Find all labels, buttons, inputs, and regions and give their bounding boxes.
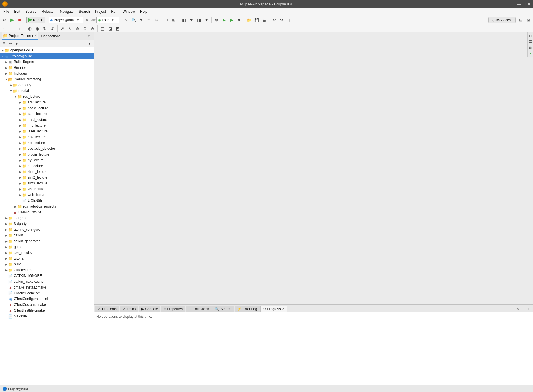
tree-net-lecture[interactable]: ▶ 📁 net_lecture [0,140,94,146]
panel-menu-btn[interactable]: ▼ [14,41,20,47]
menu-edit[interactable]: Edit [12,9,23,14]
tree-test-results[interactable]: ▶ 📁 test_results [0,250,94,256]
bottom-minimize[interactable]: ─ [521,306,526,311]
tb-6[interactable]: □ [163,16,170,23]
collapse-all-btn[interactable]: ⊟ [1,41,7,47]
tab-project-explorer[interactable]: 📁 Project Explorer ✕ [2,32,38,40]
tree-3rdparty-l1[interactable]: ▶ 📁 3rdparty [0,221,94,227]
tree-basic-lecture[interactable]: ▶ 📁 basic_lecture [0,105,94,111]
panel-minimize[interactable]: ─ [81,34,86,39]
project-tree[interactable]: ▶ 📁 openpose-plus ▼ ◆ Project@build ▶ ⊞ … [0,47,94,385]
local-combo-arrow[interactable]: ▼ [111,18,114,21]
tb-layout1[interactable]: ⊟ [517,16,524,23]
panel-view-menu[interactable]: ▾ [87,41,92,47]
toolbar-btn-1[interactable]: ↩ [1,16,8,23]
tb-20[interactable]: ⤵ [286,16,293,23]
tree-gtest[interactable]: ▶ 📁 gtest [0,244,94,250]
tree-catkin-ignore[interactable]: 📄 CATKIN_IGNORE [0,273,94,279]
tb-18[interactable]: ↩ [271,16,278,23]
nav-11[interactable]: ⊗ [89,25,96,32]
tree-cmake-install[interactable]: ▲ cmake_install.cmake [0,284,94,290]
nav-14[interactable]: ◩ [114,25,121,32]
tree-cam-lecture[interactable]: ▶ 📁 cam_lecture [0,111,94,117]
tree-cmake-cache[interactable]: 📄 CMakeCache.txt [0,290,94,296]
tree-project-build[interactable]: ▼ ◆ Project@build [0,53,94,59]
menu-source[interactable]: Source [23,9,39,14]
menu-help[interactable]: Help [138,9,150,14]
nav-up[interactable]: ↑ [16,25,23,32]
nav-4[interactable]: ◉ [34,25,41,32]
tab-tasks[interactable]: ☑ Tasks [120,306,138,312]
tree-targets[interactable]: ▶ 📁 [Targets] [0,215,94,221]
tree-sim3-lecture[interactable]: ▶ 📁 sim3_lecture [0,180,94,186]
tree-ctest-custom[interactable]: ▲ CTestCustom.cmake [0,302,94,308]
tree-3rdparty[interactable]: ▶ 📁 3rdparty [0,82,94,88]
nav-7[interactable]: ⤢ [59,25,66,32]
tb-run2[interactable]: ▶ [221,16,227,23]
tree-web-lecture[interactable]: ▶ 📁 web_lecture [0,192,94,198]
minimize-btn[interactable]: — [517,2,521,6]
tree-laser-lecture[interactable]: ▶ 📁 laser_lecture [0,128,94,134]
run-ext-btn[interactable]: ▶ [9,16,16,23]
tb-19[interactable]: ↪ [278,16,285,23]
tb-layout2[interactable]: ⊠ [525,16,532,23]
tb-7[interactable]: ⊞ [170,16,177,23]
link-editor-btn[interactable]: ⇔ [8,41,13,47]
tree-openpose-plus[interactable]: ▶ 📁 openpose-plus [0,47,94,53]
tree-atomic-configure[interactable]: ▶ 📁 atomic_configure [0,227,94,232]
tree-sim2-lecture[interactable]: ▶ 📁 sim2_lecture [0,175,94,180]
close-btn[interactable]: ✕ [527,2,531,6]
bottom-maximize[interactable]: □ [527,306,532,311]
close-progress-tab[interactable]: ✕ [282,307,285,311]
tb-4[interactable]: ≡ [145,16,152,23]
menu-navigate[interactable]: Navigate [58,9,76,14]
tree-ctest-testfile[interactable]: ▲ CTestTestfile.cmake [0,308,94,313]
tab-properties[interactable]: ≡ Properties [161,306,185,312]
tab-progress[interactable]: ↻ Progress ✕ [260,306,287,312]
tree-ctest-config[interactable]: ◉ CTestConfiguration.ini [0,296,94,302]
tree-qt-lecture[interactable]: ▶ 📁 qt_lecture [0,163,94,169]
tree-makefile[interactable]: 📄 Makefile [0,313,94,319]
tb-8[interactable]: ◧ [180,16,187,23]
tree-binaries[interactable]: ▶ 📁 Binaries [0,65,94,71]
nav-5[interactable]: ↻ [41,25,48,32]
right-tb-2[interactable]: ☰ [528,39,533,44]
tb-12[interactable]: ⊕ [213,16,220,23]
nav-12[interactable]: ◫ [99,25,106,32]
menu-run[interactable]: Run [109,9,120,14]
nav-9[interactable]: ⊕ [74,25,81,32]
nav-6[interactable]: ↺ [49,25,56,32]
tb-3[interactable]: ⚑ [138,16,145,23]
tab-error-log[interactable]: ⚡ Error Log [235,306,260,312]
tree-plugin-lecture[interactable]: ▶ 📁 plugin_lecture [0,151,94,157]
run-dropdown-arrow[interactable]: ▼ [40,18,43,22]
build-btn[interactable]: ⚙ [84,16,91,23]
menu-file[interactable]: File [1,9,11,14]
nav-forward[interactable]: → [9,25,16,32]
tree-tutorial[interactable]: ▼ 📁 tutorial [0,88,94,94]
tree-includes[interactable]: ▶ 📁 Includes [0,71,94,76]
tree-cmakefiles[interactable]: ▶ 📁 CMakeFiles [0,267,94,273]
tb-11[interactable]: ▼ [203,16,210,23]
tab-problems[interactable]: ⚠ Problems [95,306,119,312]
right-tb-4[interactable]: ● [528,51,533,56]
maximize-btn[interactable]: □ [523,2,525,6]
tree-info-lecture[interactable]: ▶ 📁 info_lecture [0,123,94,128]
tab-console[interactable]: ▶ Console [139,306,160,312]
tree-build-targets[interactable]: ▶ ⊞ Build Targets [0,59,94,65]
tree-obstacle-detector[interactable]: ▶ 📁 obstacle_detector [0,146,94,151]
menu-refactor[interactable]: Refactor [39,9,57,14]
stop-btn[interactable]: ■ [16,16,23,23]
bottom-stop[interactable]: ✕ [515,306,520,311]
tb-search[interactable]: 🔍 [130,16,137,23]
tb-10[interactable]: ◨ [195,16,202,23]
nav-back[interactable]: ← [1,25,8,32]
nav-13[interactable]: ◪ [107,25,114,32]
tree-vis-lecture[interactable]: ▶ 📁 vis_lecture [0,186,94,192]
tb-17[interactable]: 🖨 [261,16,268,23]
quick-access-button[interactable]: Quick Access [488,17,516,23]
tree-adv-lecture[interactable]: ▶ 📁 adv_lecture [0,99,94,105]
right-tb-1[interactable]: ⊟ [528,34,533,38]
close-project-explorer[interactable]: ✕ [34,34,37,38]
tree-sim1-lecture[interactable]: ▶ 📁 sim1_lecture [0,169,94,175]
